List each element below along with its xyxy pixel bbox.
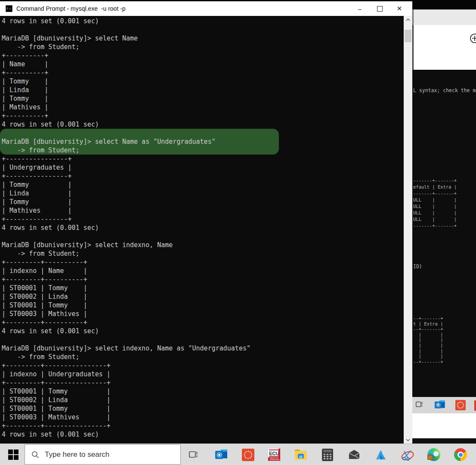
ecu-website-button[interactable]: ECU Website <box>264 444 284 465</box>
terminal-line: +----------------+ <box>0 155 404 163</box>
calculator-button[interactable] <box>317 444 338 465</box>
terminal-line: | ST00003 | Mathives | <box>0 310 404 318</box>
table-fragment-line: ULL | | <box>413 203 457 210</box>
table-fragment-line: | | <box>413 353 443 359</box>
terminal-line: +----------------+ <box>0 215 404 223</box>
desktop: { "window": { "title": "Command Prompt -… <box>0 0 476 465</box>
title-bar[interactable]: C:\ Command Prompt - mysql.exe -u root -… <box>0 1 412 16</box>
terminal-line: +---------+----------+ <box>0 275 404 284</box>
table-fragment-line: | | <box>413 343 443 348</box>
file-explorer-button[interactable] <box>291 444 311 465</box>
table-fragment-default-extra: -------+-------+efault | Extra |-------+… <box>413 162 457 229</box>
task-view-button[interactable] <box>183 444 204 465</box>
search-input[interactable] <box>44 450 180 459</box>
chrome-button[interactable] <box>450 444 471 465</box>
background-terminal-area: L syntax; check the ma -------+-------+e… <box>412 70 476 397</box>
outlook-button[interactable] <box>211 444 232 465</box>
terminal-line: | Tommy | <box>0 77 404 86</box>
terminal-line: +----------+ <box>0 112 404 120</box>
terminal-line: 4 rows in set (0.001 sec) <box>0 120 404 129</box>
windows-logo-icon <box>8 450 19 460</box>
circled-plus-icon <box>469 33 476 46</box>
mini-outlook-icon <box>435 400 445 410</box>
sql-error-fragment: L syntax; check the ma <box>413 87 476 94</box>
background-window-titlebar <box>412 0 476 9</box>
terminal-line: 4 rows in set (0.001 sec) <box>0 430 404 439</box>
table-fragment-line: ULL | | <box>413 210 457 216</box>
terminal-line: | Mathives | <box>0 206 404 215</box>
close-button[interactable]: ✕ <box>389 1 409 16</box>
taskbar: ECU Website <box>0 443 476 465</box>
terminal-line: | Tommy | <box>0 94 404 103</box>
terminal-line: | indexno | Undergraduates | <box>0 370 404 378</box>
terminal-line <box>0 335 404 344</box>
terminal-line: | ST00001 | Tommy | <box>0 284 404 292</box>
table-fragment-extra: --+-------+t | Extra |--+-------+ | | | … <box>413 300 443 364</box>
maximize-button[interactable] <box>370 1 389 16</box>
azure-button[interactable] <box>371 444 391 465</box>
terminal-line-highlighted: -> from Student; <box>0 146 279 155</box>
background-window-toolbar <box>412 9 476 25</box>
taskbar-search[interactable] <box>25 444 181 465</box>
task-view-icon <box>188 449 199 460</box>
terminal-line: +---------+----------+ <box>0 318 404 327</box>
snipping-tool-icon <box>400 448 414 462</box>
terminal-line: | Name | <box>0 60 404 68</box>
edge-icon <box>427 448 440 461</box>
cmd-icon: C:\ <box>6 5 12 12</box>
terminal-line: | ST00003 | Mathives | <box>0 413 404 422</box>
scroll-up-arrow-icon[interactable] <box>404 16 412 23</box>
mail-icon <box>348 449 361 460</box>
background-mini-taskbar <box>412 397 476 413</box>
background-window-content-bottom <box>412 413 476 438</box>
minimize-button[interactable]: – <box>350 1 370 16</box>
terminal-line: | ST00001 | Tommy | <box>0 387 404 396</box>
maximize-icon <box>377 6 383 12</box>
terminal-scrollbar[interactable] <box>404 16 412 443</box>
terminal-line: +----------+ <box>0 51 404 60</box>
scroll-down-arrow-icon[interactable] <box>404 436 412 443</box>
terminal-line: +---------+----------------+ <box>0 378 404 387</box>
start-button[interactable] <box>3 444 24 465</box>
terminal-line: -> from Student; <box>0 43 404 51</box>
background-window-bottom-edge <box>412 438 476 443</box>
terminal-line: | indexno | Name | <box>0 267 404 275</box>
table-fragment-line: ULL | | <box>413 216 457 223</box>
table-fragment-line: -------+-------+ <box>413 177 457 184</box>
terminal-lines-block-1: 4 rows in set (0.001 sec)MariaDB [dbuniv… <box>0 17 404 129</box>
terminal-line: MariaDB [dbuniversity]> select Name <box>0 34 404 43</box>
table-fragment-line: efault | Extra | <box>413 184 457 190</box>
terminal-line: 4 rows in set (0.001 sec) <box>0 17 404 25</box>
window-controls: – ✕ <box>350 1 409 16</box>
terminal-output[interactable]: 4 rows in set (0.001 sec)MariaDB [dbuniv… <box>0 16 404 443</box>
table-fragment-line: --+-------+ <box>413 326 443 332</box>
mini-red-icon-sliver <box>474 400 476 411</box>
mail-button[interactable] <box>344 444 365 465</box>
terminal-line-highlighted: MariaDB [dbuniversity]> select Name as "… <box>0 137 279 146</box>
terminal-line-highlighted <box>0 129 279 137</box>
terminal-line: MariaDB [dbuniversity]> select indexno, … <box>0 241 404 249</box>
terminal-line: -> from Student; <box>0 249 404 258</box>
terminal-line: +----------------+ <box>0 172 404 180</box>
canvas-button[interactable] <box>238 444 258 465</box>
terminal-line: -> from Student; <box>0 353 404 361</box>
mini-task-view-icon <box>415 400 424 411</box>
edge-button[interactable] <box>423 444 444 465</box>
azure-icon <box>374 449 387 461</box>
table-fragment-line: ULL | | <box>413 197 457 203</box>
terminal-lines-block-2: +----------------+| Undergraduates |+---… <box>0 155 404 439</box>
scrollbar-thumb[interactable] <box>405 30 411 42</box>
search-icon <box>31 450 40 459</box>
terminal-line: | ST00001 | Tommy | <box>0 301 404 310</box>
command-prompt-window: C:\ Command Prompt - mysql.exe -u root -… <box>0 0 412 443</box>
mini-canvas-icon <box>455 400 466 410</box>
snipping-tool-button[interactable] <box>397 444 417 465</box>
background-window[interactable]: L syntax; check the ma -------+-------+e… <box>412 0 476 443</box>
table-fragment-line: t | Extra | <box>413 321 443 327</box>
terminal-line: MariaDB [dbuniversity]> select indexno, … <box>0 344 404 353</box>
terminal-line: +---------+----------------+ <box>0 422 404 430</box>
terminal-line: | Tommy | <box>0 198 404 206</box>
terminal-line: | Linda | <box>0 189 404 198</box>
file-explorer-icon <box>295 450 307 460</box>
highlight-annotation: MariaDB [dbuniversity]> select Name as "… <box>0 129 279 155</box>
